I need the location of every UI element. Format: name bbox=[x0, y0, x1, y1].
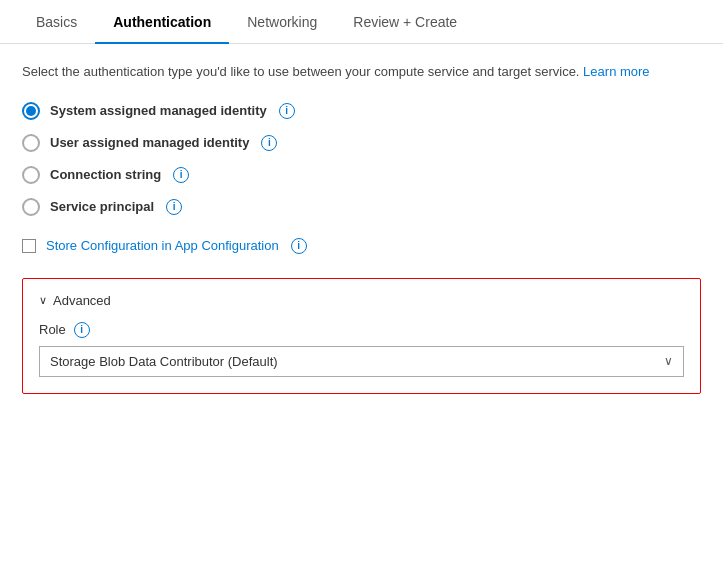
radio-circle-user-assigned[interactable] bbox=[22, 134, 40, 152]
radio-circle-connection-string[interactable] bbox=[22, 166, 40, 184]
role-dropdown-value: Storage Blob Data Contributor (Default) bbox=[50, 354, 278, 369]
advanced-title: Advanced bbox=[53, 293, 111, 308]
description-body: Select the authentication type you'd lik… bbox=[22, 64, 579, 79]
role-label: Role bbox=[39, 322, 66, 337]
nav-tabs: Basics Authentication Networking Review … bbox=[0, 0, 723, 44]
info-icon-service-principal[interactable]: i bbox=[166, 199, 182, 215]
tab-basics[interactable]: Basics bbox=[18, 0, 95, 44]
store-config-label: Store Configuration in App Configuration bbox=[46, 238, 279, 253]
advanced-section: ∨ Advanced Role i Storage Blob Data Cont… bbox=[22, 278, 701, 394]
radio-label-system-assigned: System assigned managed identity bbox=[50, 103, 267, 118]
store-config-checkbox[interactable] bbox=[22, 239, 36, 253]
tab-networking[interactable]: Networking bbox=[229, 0, 335, 44]
info-icon-store-config[interactable]: i bbox=[291, 238, 307, 254]
main-content: Select the authentication type you'd lik… bbox=[0, 44, 723, 412]
advanced-expand-icon: ∨ bbox=[39, 294, 47, 307]
radio-label-service-principal: Service principal bbox=[50, 199, 154, 214]
radio-connection-string[interactable]: Connection string i bbox=[22, 166, 701, 184]
radio-service-principal[interactable]: Service principal i bbox=[22, 198, 701, 216]
radio-circle-system-assigned[interactable] bbox=[22, 102, 40, 120]
tab-authentication[interactable]: Authentication bbox=[95, 0, 229, 44]
info-icon-user-assigned[interactable]: i bbox=[261, 135, 277, 151]
radio-label-connection-string: Connection string bbox=[50, 167, 161, 182]
role-row: Role i bbox=[39, 322, 684, 338]
info-icon-system-assigned[interactable]: i bbox=[279, 103, 295, 119]
advanced-header[interactable]: ∨ Advanced bbox=[39, 293, 684, 308]
info-icon-connection-string[interactable]: i bbox=[173, 167, 189, 183]
learn-more-link[interactable]: Learn more bbox=[583, 64, 649, 79]
dropdown-chevron-icon: ∨ bbox=[664, 354, 673, 368]
tab-review-create[interactable]: Review + Create bbox=[335, 0, 475, 44]
radio-system-assigned[interactable]: System assigned managed identity i bbox=[22, 102, 701, 120]
role-dropdown[interactable]: Storage Blob Data Contributor (Default) … bbox=[39, 346, 684, 377]
radio-circle-service-principal[interactable] bbox=[22, 198, 40, 216]
store-config-checkbox-row[interactable]: Store Configuration in App Configuration… bbox=[22, 238, 701, 254]
info-icon-role[interactable]: i bbox=[74, 322, 90, 338]
radio-user-assigned[interactable]: User assigned managed identity i bbox=[22, 134, 701, 152]
description-text: Select the authentication type you'd lik… bbox=[22, 62, 701, 82]
radio-label-user-assigned: User assigned managed identity bbox=[50, 135, 249, 150]
authentication-radio-group: System assigned managed identity i User … bbox=[22, 102, 701, 216]
